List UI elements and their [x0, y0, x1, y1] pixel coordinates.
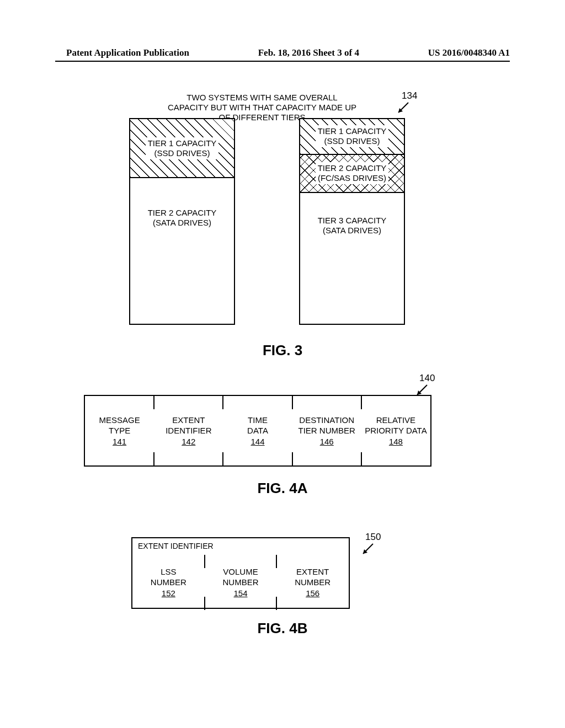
- ref-num-134: 134: [402, 90, 417, 101]
- fig4a-cell-relative-priority: RELATIVE PRIORITY DATA 148: [361, 396, 430, 465]
- tier-label-line: (SATA DRIVES): [153, 218, 211, 227]
- cell-ref-num: 156: [306, 588, 319, 599]
- header-right: US 2016/0048340 A1: [428, 47, 510, 58]
- system-b-tier1-label: TIER 1 CAPACITY (SSD DRIVES): [316, 125, 389, 147]
- fig3-systems-row: TIER 1 CAPACITY (SSD DRIVES) TIER 2 CAPA…: [129, 118, 405, 325]
- cell-ref-num: 152: [162, 588, 175, 599]
- system-a-tier1-label: TIER 1 CAPACITY (SSD DRIVES): [146, 137, 219, 159]
- cell-line: RELATIVE: [376, 415, 415, 426]
- fig4a-cell-extent-identifier: EXTENT IDENTIFIER 142: [154, 396, 223, 465]
- cell-line: EXTENT: [172, 415, 205, 426]
- cell-line: TIME: [248, 415, 268, 426]
- header-left: Patent Application Publication: [66, 47, 189, 58]
- header-center: Feb. 18, 2016 Sheet 3 of 4: [258, 47, 359, 58]
- tier-label-line: (SSD DRIVES): [324, 136, 380, 146]
- leader-arrow-icon: [396, 101, 409, 115]
- page-header: Patent Application Publication Feb. 18, …: [0, 47, 565, 58]
- ref-num-140: 140: [419, 373, 435, 384]
- cell-line: PRIORITY DATA: [365, 425, 427, 436]
- system-b-tier2-label: TIER 2 CAPACITY (FC/SAS DRIVES): [316, 162, 389, 184]
- tier-label-line: TIER 3 CAPACITY: [318, 216, 387, 225]
- cell-ref-num: 142: [182, 436, 195, 447]
- fig4b-cell-volume-number: VOLUME NUMBER 154: [205, 555, 277, 610]
- fig4a-message-box: MESSAGE TYPE 141 EXTENT IDENTIFIER 142 T…: [84, 395, 431, 467]
- ref-num-150: 150: [365, 532, 381, 543]
- header-rule: [55, 61, 510, 62]
- fig4a-cell-destination-tier: DESTINATION TIER NUMBER 146: [292, 396, 361, 465]
- system-b-tier1: TIER 1 CAPACITY (SSD DRIVES): [300, 119, 404, 155]
- system-b-tier2: TIER 2 CAPACITY (FC/SAS DRIVES): [300, 155, 404, 194]
- cell-ref-num: 154: [233, 588, 247, 599]
- tier-label-line: (SSD DRIVES): [154, 148, 210, 158]
- cell-line: DESTINATION: [299, 415, 354, 426]
- cell-line: TIER NUMBER: [299, 425, 355, 436]
- fig4a-cell-time-data: TIME DATA 144: [223, 396, 292, 465]
- cell-ref-num: 148: [389, 436, 403, 447]
- cell-line: VOLUME: [223, 566, 258, 577]
- tier-label-line: TIER 2 CAPACITY: [318, 163, 387, 173]
- cell-line: LSS: [161, 566, 176, 577]
- tier-label-line: TIER 1 CAPACITY: [318, 126, 387, 136]
- fig4b-label: FIG. 4B: [0, 620, 565, 637]
- fig4b-cell-extent-number: EXTENT NUMBER 156: [276, 555, 349, 610]
- cell-line: DATA: [247, 425, 268, 436]
- system-b-tier3: TIER 3 CAPACITY (SATA DRIVES): [300, 193, 404, 324]
- fig4a-label: FIG. 4A: [0, 480, 565, 497]
- fig4b-extent-identifier-box: EXTENT IDENTIFIER LSS NUMBER 152 VOLUME …: [131, 537, 350, 609]
- tier-label-line: (SATA DRIVES): [323, 226, 381, 235]
- fig4b-row: LSS NUMBER 152 VOLUME NUMBER 154 EXTENT …: [132, 555, 349, 610]
- cell-line: IDENTIFIER: [166, 425, 211, 436]
- tier-label-line: TIER 1 CAPACITY: [148, 138, 217, 148]
- system-a-tier2: TIER 2 CAPACITY (SATA DRIVES): [130, 178, 234, 324]
- fig3-system-b: TIER 1 CAPACITY (SSD DRIVES) TIER 2 CAPA…: [299, 118, 405, 325]
- fig4a-cell-message-type: MESSAGE TYPE 141: [85, 396, 154, 465]
- fig4b-cell-lss-number: LSS NUMBER 152: [132, 555, 205, 610]
- fig3-label: FIG. 3: [0, 342, 565, 359]
- cell-line: NUMBER: [223, 577, 259, 588]
- cell-line: NUMBER: [151, 577, 186, 588]
- tier-label-line: TIER 2 CAPACITY: [148, 208, 217, 217]
- fig3-system-a: TIER 1 CAPACITY (SSD DRIVES) TIER 2 CAPA…: [129, 118, 235, 325]
- cell-line: MESSAGE: [99, 415, 140, 426]
- cell-ref-num: 144: [250, 436, 264, 447]
- fig4b-box-title: EXTENT IDENTIFIER: [138, 542, 214, 550]
- leader-arrow-icon: [361, 543, 374, 556]
- cell-ref-num: 146: [320, 436, 334, 447]
- cell-ref-num: 141: [113, 436, 126, 447]
- cell-line: EXTENT: [296, 566, 329, 577]
- cell-line: TYPE: [109, 425, 130, 436]
- tier-label-line: (FC/SAS DRIVES): [318, 173, 386, 183]
- system-a-tier1: TIER 1 CAPACITY (SSD DRIVES): [130, 119, 234, 178]
- cell-line: NUMBER: [295, 577, 331, 588]
